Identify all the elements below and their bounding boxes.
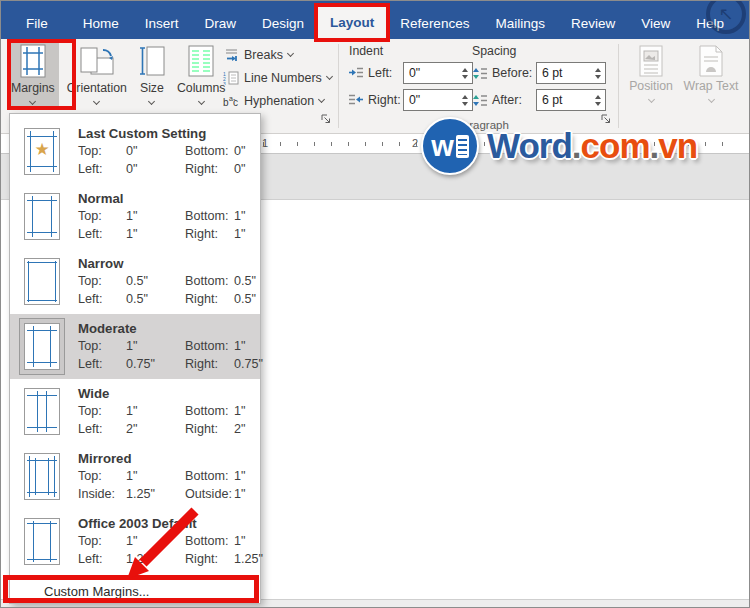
hyphenation-button[interactable]: b a- c Hyphenation	[223, 91, 332, 110]
spacing-title: Spacing	[472, 44, 516, 58]
ribbon-tab[interactable]: Design	[249, 8, 317, 39]
spacing-after-spinner[interactable]: 6 pt	[536, 89, 606, 111]
margin-label: Outside:	[185, 486, 234, 504]
indent-right-spinner[interactable]: 0"	[403, 89, 473, 111]
margins-dropdown-menu: ★ Last Custom Setting Top: 0" Bottom: 0"…	[9, 113, 261, 604]
ribbon-tab[interactable]: Insert	[132, 8, 192, 39]
button-label: Orientation	[67, 81, 127, 96]
margin-value: 1"	[126, 226, 185, 244]
margin-value: 0.5"	[234, 291, 256, 309]
ribbon-tab-label: Review	[571, 16, 615, 31]
spacing-before-spinner[interactable]: 6 pt	[536, 62, 606, 84]
margin-label: Top:	[78, 468, 126, 486]
margin-label: Bottom:	[185, 468, 234, 486]
ribbon-tab-label: Home	[83, 16, 119, 31]
chevron-down-icon	[318, 96, 325, 103]
indent-title: Indent	[349, 44, 383, 58]
watermark-word: Word	[487, 126, 572, 165]
ribbon-tab[interactable]: References	[387, 8, 482, 39]
margin-lines	[27, 460, 57, 493]
margins-preset-text: Last Custom Setting Top: 0" Bottom: 0" L…	[78, 126, 254, 184]
ribbon-tab[interactable]: Mailings	[482, 8, 558, 39]
arrange-group: Position Wrap Text Bring Forward	[623, 41, 750, 109]
margin-lines	[27, 200, 57, 233]
margin-preset-icon: ★	[24, 258, 60, 305]
margin-value: 0.75"	[126, 356, 185, 374]
custom-margins-text: Custom M	[44, 584, 103, 599]
breaks-button[interactable]: Breaks	[223, 45, 332, 64]
group-separator	[338, 44, 339, 128]
ribbon-tab[interactable]: View	[628, 8, 683, 39]
orientation-button[interactable]: Orientation	[63, 41, 131, 109]
spacing-before-label: Before:	[492, 66, 532, 80]
margins-preset-name: Narrow	[78, 256, 256, 271]
margins-preset-item[interactable]: ★ Wide Top: 1" Bottom: 1" Left: 2" Right…	[10, 379, 260, 444]
margins-preset-item[interactable]: ★ Moderate Top: 1" Bottom: 1" Left: 0.75…	[10, 314, 260, 379]
spacing-after-icon	[473, 94, 488, 107]
margins-preset-item[interactable]: ★ Narrow Top: 0.5" Bottom: 0.5" Left: 0.…	[10, 249, 260, 314]
margins-preset-item[interactable]: ★ Normal Top: 1" Bottom: 1" Left: 1" Rig…	[10, 184, 260, 249]
button-label: Columns	[177, 81, 226, 96]
margin-value: 1"	[234, 226, 254, 244]
indent-left-icon	[348, 67, 364, 79]
margin-preset-icon: ★	[24, 388, 60, 435]
position-icon	[637, 45, 665, 79]
spacing-before-icon	[473, 67, 488, 80]
margins-button[interactable]: Margins	[7, 41, 59, 109]
margins-preset-item[interactable]: ★ Mirrored Top: 1" Bottom: 1" Inside: 1.…	[10, 444, 260, 509]
button-label: Position	[629, 79, 673, 94]
indent-left-value: 0"	[404, 66, 458, 80]
watermark-dot: .	[650, 126, 659, 165]
group-separator	[618, 44, 619, 128]
margin-label: Top:	[78, 273, 126, 291]
custom-margins-text: rgins...	[110, 584, 149, 599]
ribbon-tab[interactable]: File	[13, 8, 61, 39]
page-setup-dialog-launcher[interactable]	[321, 114, 332, 125]
button-label: Size	[140, 81, 164, 96]
spinner-arrows[interactable]	[458, 68, 472, 79]
margins-preset-item[interactable]: ★ Last Custom Setting Top: 0" Bottom: 0"…	[10, 119, 260, 184]
spinner-arrows[interactable]	[591, 68, 605, 79]
word-w-glyph: w	[431, 132, 454, 161]
margin-value: 1"	[126, 403, 185, 421]
ribbon-tab-label: File	[26, 16, 48, 31]
ribbon-tab[interactable]: Draw	[192, 8, 250, 39]
ruler-number: 1	[262, 137, 268, 149]
margin-lines	[27, 523, 57, 560]
page-break-icon	[223, 48, 239, 62]
chevron-down-icon	[326, 73, 333, 80]
margin-value: 1"	[234, 533, 263, 551]
spinner-arrows[interactable]	[591, 95, 605, 106]
spinner-arrows[interactable]	[458, 95, 472, 106]
margin-label: Left:	[78, 551, 126, 569]
margin-label: Left:	[78, 421, 126, 439]
margin-value: 1"	[126, 208, 185, 226]
margin-label: Left:	[78, 356, 126, 374]
button-label: Bring Forward	[743, 78, 750, 109]
chevron-down-icon	[287, 50, 294, 57]
margin-label: Right:	[185, 161, 234, 179]
ribbon-tab[interactable]: Home	[70, 8, 132, 39]
spacing-after-value: 6 pt	[537, 93, 591, 107]
svg-text:c: c	[233, 97, 238, 108]
position-button: Position	[623, 41, 679, 109]
margin-value: 1"	[126, 533, 185, 551]
ribbon-tab[interactable]: Review	[558, 8, 628, 39]
menu-item-custom-margins[interactable]: Custom Margins...	[10, 579, 260, 605]
margins-preset-item[interactable]: ★ Office 2003 Default Top: 1" Bottom: 1"…	[10, 509, 260, 574]
indent-left-spinner[interactable]: 0"	[403, 62, 473, 84]
margin-label: Right:	[185, 356, 234, 374]
columns-button[interactable]: Columns	[173, 41, 230, 109]
ribbon-tab[interactable]: Layout	[317, 6, 387, 39]
size-button[interactable]: Size	[135, 41, 169, 109]
margin-value: 1"	[126, 338, 185, 356]
margin-value: 0"	[234, 161, 254, 179]
ribbon-tab-label: View	[641, 16, 670, 31]
line-numbers-button[interactable]: 1 2 3 Line Numbers	[223, 68, 332, 87]
chevron-down-icon	[148, 98, 155, 105]
margin-label: Top:	[78, 533, 126, 551]
margin-label: Right:	[185, 291, 234, 309]
ribbon-tab-label: Mailings	[495, 16, 545, 31]
indent-right-value: 0"	[404, 93, 458, 107]
margin-label: Inside:	[78, 486, 126, 504]
